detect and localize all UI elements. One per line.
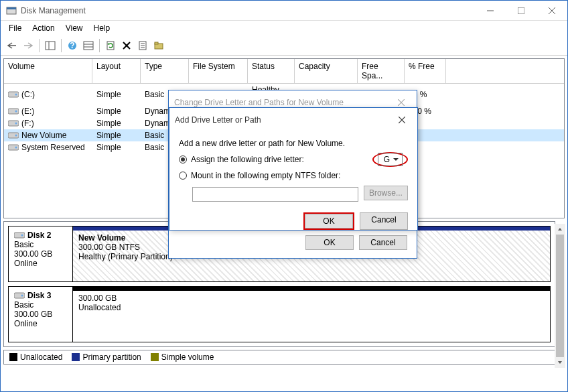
maximize-button[interactable] <box>506 1 537 20</box>
toolbar: ? <box>1 36 567 56</box>
col-spacer <box>446 59 564 83</box>
window-title: Disk Management <box>21 6 475 15</box>
scroll-down-button[interactable] <box>555 357 565 368</box>
svg-point-20 <box>15 111 17 113</box>
drive-letter-combo[interactable]: G <box>378 153 403 166</box>
forward-button[interactable] <box>21 38 36 53</box>
disk-block[interactable]: Disk 3Basic300.00 GBOnline300.00 GBUnall… <box>8 286 551 342</box>
disk-info: Disk 2Basic300.00 GBOnline <box>9 226 73 281</box>
svg-rect-1 <box>7 7 16 9</box>
legend-unallocated: Unallocated <box>9 352 62 362</box>
inner-ok-button[interactable]: OK <box>305 214 353 228</box>
svg-point-24 <box>15 135 17 137</box>
menu-view[interactable]: View <box>60 22 88 34</box>
svg-point-28 <box>21 235 23 237</box>
disk-partition-bar[interactable]: 300.00 GBUnallocated <box>73 287 550 342</box>
svg-rect-21 <box>8 121 19 126</box>
instruction-text: Add a new drive letter or path for New V… <box>179 139 408 148</box>
menubar: File Action View Help <box>1 21 567 36</box>
legend-primary-partition: Primary partition <box>72 352 141 362</box>
disk-management-window: Disk Management File Action View Help ? … <box>0 0 568 392</box>
help-button[interactable]: ? <box>65 38 80 53</box>
app-icon <box>6 5 17 16</box>
col-pctfree[interactable]: % Free <box>405 59 446 83</box>
dialog-title-text: Add Drive Letter or Path <box>175 115 392 125</box>
svg-point-18 <box>15 94 17 96</box>
volume-list-header: Volume Layout Type File System Status Ca… <box>4 59 564 84</box>
svg-rect-25 <box>8 145 19 150</box>
radio-assign-letter[interactable] <box>179 155 187 164</box>
svg-rect-17 <box>8 92 19 97</box>
col-status[interactable]: Status <box>248 59 295 83</box>
show-hide-console-tree-button[interactable] <box>43 38 58 53</box>
legend-simple-volume: Simple volume <box>151 352 214 362</box>
highlight-box: OK <box>303 212 354 230</box>
window-buttons <box>475 1 567 20</box>
svg-point-22 <box>15 123 17 125</box>
menu-file[interactable]: File <box>3 22 27 34</box>
inner-cancel-button[interactable]: Cancel <box>360 212 408 230</box>
svg-point-30 <box>21 295 23 297</box>
svg-rect-29 <box>14 293 25 298</box>
back-button[interactable] <box>5 38 19 53</box>
settings-button[interactable] <box>81 38 96 53</box>
action-button[interactable] <box>151 38 166 53</box>
col-filesystem[interactable]: File System <box>189 59 248 83</box>
vertical-scrollbar[interactable] <box>555 224 565 368</box>
col-volume[interactable]: Volume <box>4 59 92 83</box>
minimize-button[interactable] <box>475 1 506 20</box>
col-freespace[interactable]: Free Spa... <box>358 59 405 83</box>
scroll-thumb[interactable] <box>556 235 564 357</box>
properties-button[interactable] <box>135 38 150 53</box>
dialog-titlebar-active[interactable]: Add Drive Letter or Path <box>169 108 417 132</box>
svg-rect-23 <box>8 133 19 138</box>
svg-point-26 <box>15 147 17 149</box>
svg-rect-27 <box>14 233 25 238</box>
radio-mount-folder[interactable] <box>179 172 187 180</box>
delete-button[interactable] <box>119 38 134 53</box>
dialog-add-drive-letter: Add Drive Letter or Path Add a new drive… <box>169 107 418 231</box>
col-type[interactable]: Type <box>141 59 189 83</box>
legend: Unallocated Primary partition Simple vol… <box>3 350 555 365</box>
highlight-ellipse: G <box>372 152 408 167</box>
col-layout[interactable]: Layout <box>92 59 141 83</box>
svg-rect-3 <box>46 42 55 50</box>
dialog-body: Add a new drive letter or path for New V… <box>169 132 417 239</box>
disk-info: Disk 3Basic300.00 GBOnline <box>9 287 73 342</box>
dialog-title-text: Change Drive Letter and Paths for New Vo… <box>174 98 391 107</box>
menu-action[interactable]: Action <box>27 22 60 34</box>
radio-assign-label: Assign the following drive letter: <box>191 155 304 164</box>
col-capacity[interactable]: Capacity <box>295 59 358 83</box>
folder-path-input[interactable] <box>192 187 358 202</box>
menu-help[interactable]: Help <box>88 22 116 34</box>
titlebar: Disk Management <box>1 1 567 21</box>
svg-rect-19 <box>8 109 19 114</box>
refresh-button[interactable] <box>103 38 118 53</box>
svg-rect-16 <box>155 42 158 44</box>
svg-rect-7 <box>84 42 93 50</box>
browse-button[interactable]: Browse... <box>364 186 408 200</box>
svg-text:?: ? <box>70 41 74 50</box>
radio-mount-label: Mount in the following empty NTFS folder… <box>191 171 340 180</box>
close-button[interactable] <box>537 1 567 20</box>
dialog-close-button[interactable] <box>392 112 412 128</box>
svg-rect-2 <box>518 7 524 14</box>
scroll-up-button[interactable] <box>555 224 565 235</box>
